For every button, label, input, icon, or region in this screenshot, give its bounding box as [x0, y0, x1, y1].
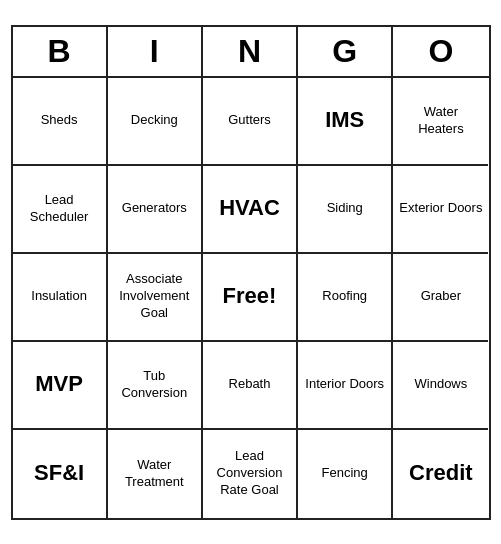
bingo-cell: HVAC [203, 166, 298, 254]
header-letter: G [298, 27, 393, 76]
header-letter: I [108, 27, 203, 76]
bingo-cell: Gutters [203, 78, 298, 166]
bingo-cell: Generators [108, 166, 203, 254]
bingo-cell: MVP [13, 342, 108, 430]
bingo-cell: Credit [393, 430, 488, 518]
bingo-cell: Insulation [13, 254, 108, 342]
bingo-cell: Rebath [203, 342, 298, 430]
bingo-cell: SF&I [13, 430, 108, 518]
bingo-cell: Lead Scheduler [13, 166, 108, 254]
bingo-cell: Exterior Doors [393, 166, 488, 254]
bingo-card: BINGO ShedsDeckingGuttersIMSWater Heater… [11, 25, 491, 520]
bingo-cell: Roofing [298, 254, 393, 342]
bingo-cell: Windows [393, 342, 488, 430]
bingo-cell: Sheds [13, 78, 108, 166]
bingo-header: BINGO [13, 27, 489, 78]
bingo-cell: Water Heaters [393, 78, 488, 166]
bingo-cell: IMS [298, 78, 393, 166]
bingo-cell: Fencing [298, 430, 393, 518]
bingo-cell: Water Treatment [108, 430, 203, 518]
bingo-cell: Decking [108, 78, 203, 166]
header-letter: O [393, 27, 488, 76]
header-letter: B [13, 27, 108, 76]
bingo-cell: Free! [203, 254, 298, 342]
bingo-cell: Siding [298, 166, 393, 254]
bingo-cell: Associate Involvement Goal [108, 254, 203, 342]
bingo-cell: Interior Doors [298, 342, 393, 430]
bingo-cell: Graber [393, 254, 488, 342]
bingo-cell: Lead Conversion Rate Goal [203, 430, 298, 518]
header-letter: N [203, 27, 298, 76]
bingo-cell: Tub Conversion [108, 342, 203, 430]
bingo-grid: ShedsDeckingGuttersIMSWater HeatersLead … [13, 78, 489, 518]
